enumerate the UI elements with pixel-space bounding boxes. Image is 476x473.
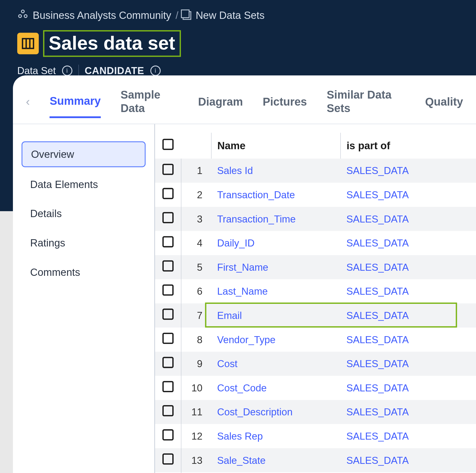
table-row[interactable]: 5First_NameSALES_DATA [155, 255, 476, 279]
status-badge: CANDIDATE [85, 65, 144, 76]
row-checkbox[interactable] [162, 284, 174, 296]
tab-summary[interactable]: Summary [50, 94, 101, 118]
row-number: 7 [181, 303, 211, 328]
element-name-link[interactable]: First_Name [217, 261, 268, 273]
tabs-bar: ‹ Summary Sample Data Diagram Pictures S… [13, 75, 476, 124]
table-row[interactable]: 10Cost_CodeSALES_DATA [155, 376, 476, 400]
tab-sample-data[interactable]: Sample Data [121, 88, 178, 124]
table-row[interactable]: 6Last_NameSALES_DATA [155, 279, 476, 304]
select-all-checkbox[interactable] [162, 139, 174, 150]
asset-type-label: Data Set [17, 65, 56, 76]
table-row[interactable]: 13Sale_StateSALES_DATA [155, 448, 476, 472]
content-panel: ‹ Summary Sample Data Diagram Pictures S… [13, 75, 476, 473]
element-name-link[interactable]: Sale_State [217, 454, 265, 466]
meta-divider [78, 65, 79, 77]
svg-point-0 [22, 10, 24, 13]
row-number: 13 [181, 448, 211, 472]
part-of-link[interactable]: SALES_DATA [346, 237, 409, 249]
element-name-link[interactable]: Cost_Code [217, 382, 267, 393]
part-of-link[interactable]: SALES_DATA [346, 286, 409, 297]
element-name-link[interactable]: Last_Name [217, 286, 268, 297]
sidebar-item-ratings[interactable]: Ratings [22, 231, 146, 255]
row-number: 4 [181, 231, 211, 255]
row-checkbox[interactable] [162, 333, 174, 344]
sidebar-item-comments[interactable]: Comments [22, 260, 146, 284]
row-number: 10 [181, 376, 211, 400]
breadcrumb: Business Analysts Community / New Data S… [17, 9, 459, 22]
tab-similar-data-sets[interactable]: Similar Data Sets [327, 88, 405, 124]
data-elements-table: Name is part of 1Sales IdSALES_DATA2Tran… [155, 133, 476, 473]
part-of-link[interactable]: SALES_DATA [346, 165, 409, 176]
element-name-link[interactable]: Sales Rep [217, 430, 263, 442]
part-of-link[interactable]: SALES_DATA [346, 382, 409, 393]
part-of-link[interactable]: SALES_DATA [346, 454, 409, 466]
part-of-link[interactable]: SALES_DATA [346, 261, 409, 273]
element-name-link[interactable]: Cost_Description [217, 406, 292, 418]
info-icon[interactable]: i [150, 65, 160, 76]
sidebar-item-overview[interactable]: Overview [22, 141, 146, 167]
community-icon [17, 9, 29, 22]
element-name-link[interactable]: Transaction_Time [217, 213, 296, 224]
row-number: 5 [181, 255, 211, 279]
svg-point-2 [24, 15, 27, 18]
part-of-link[interactable]: SALES_DATA [346, 189, 409, 200]
row-checkbox[interactable] [162, 212, 174, 223]
sidebar-item-data-elements[interactable]: Data Elements [22, 172, 146, 197]
table-row[interactable]: 1Sales IdSALES_DATA [155, 159, 476, 183]
row-checkbox[interactable] [162, 188, 174, 199]
row-checkbox[interactable] [162, 405, 174, 416]
part-of-link[interactable]: SALES_DATA [346, 406, 409, 418]
element-name-link[interactable]: Email [217, 310, 242, 321]
element-name-link[interactable]: Vendor_Type [217, 334, 275, 345]
sidebar: Overview Data Elements Details Ratings C… [13, 124, 155, 473]
row-checkbox[interactable] [162, 453, 174, 465]
tab-pictures[interactable]: Pictures [263, 95, 307, 117]
sidebar-item-details[interactable]: Details [22, 202, 146, 226]
element-name-link[interactable]: Cost [217, 358, 237, 369]
breadcrumb-current-link[interactable]: New Data Sets [196, 9, 265, 22]
row-number: 2 [181, 183, 211, 207]
tab-quality[interactable]: Quality [425, 95, 463, 117]
row-number: 9 [181, 352, 211, 376]
row-number: 1 [181, 159, 211, 183]
row-checkbox[interactable] [162, 357, 174, 368]
breadcrumb-root-link[interactable]: Business Analysts Community [33, 9, 171, 22]
tabs-scroll-left[interactable]: ‹ [26, 95, 30, 117]
column-header-part-of[interactable]: is part of [340, 133, 476, 159]
row-number: 11 [181, 400, 211, 424]
part-of-link[interactable]: SALES_DATA [346, 310, 409, 321]
row-number: 8 [181, 328, 211, 352]
table-row[interactable]: 3Transaction_TimeSALES_DATA [155, 207, 476, 231]
row-checkbox[interactable] [162, 236, 174, 248]
element-name-link[interactable]: Sales Id [217, 165, 253, 176]
element-name-link[interactable]: Transaction_Date [217, 189, 295, 200]
dataset-collection-icon [183, 11, 191, 20]
table-row[interactable]: 7EmailSALES_DATA [155, 303, 476, 328]
table-row[interactable]: 2Transaction_DateSALES_DATA [155, 183, 476, 207]
element-name-link[interactable]: Daily_ID [217, 237, 254, 249]
row-checkbox[interactable] [162, 381, 174, 392]
tab-diagram[interactable]: Diagram [198, 95, 243, 117]
row-number: 6 [181, 279, 211, 304]
table-row[interactable]: 11Cost_DescriptionSALES_DATA [155, 400, 476, 424]
table-row[interactable]: 4Daily_IDSALES_DATA [155, 231, 476, 255]
page-title: Sales data set [43, 30, 181, 57]
column-header-name[interactable]: Name [211, 133, 340, 159]
row-checkbox[interactable] [162, 309, 174, 320]
info-icon[interactable]: i [62, 65, 72, 76]
dataset-table-icon [17, 33, 39, 54]
part-of-link[interactable]: SALES_DATA [346, 430, 409, 442]
part-of-link[interactable]: SALES_DATA [346, 334, 409, 345]
svg-point-1 [19, 15, 21, 18]
row-checkbox[interactable] [162, 260, 174, 272]
row-number: 12 [181, 424, 211, 448]
breadcrumb-separator: / [176, 9, 178, 22]
table-row[interactable]: 8Vendor_TypeSALES_DATA [155, 328, 476, 352]
table-row[interactable]: 12Sales RepSALES_DATA [155, 424, 476, 448]
part-of-link[interactable]: SALES_DATA [346, 358, 409, 369]
table-row[interactable]: 9CostSALES_DATA [155, 352, 476, 376]
part-of-link[interactable]: SALES_DATA [346, 213, 409, 224]
row-number: 3 [181, 207, 211, 231]
row-checkbox[interactable] [162, 429, 174, 441]
row-checkbox[interactable] [162, 164, 174, 175]
